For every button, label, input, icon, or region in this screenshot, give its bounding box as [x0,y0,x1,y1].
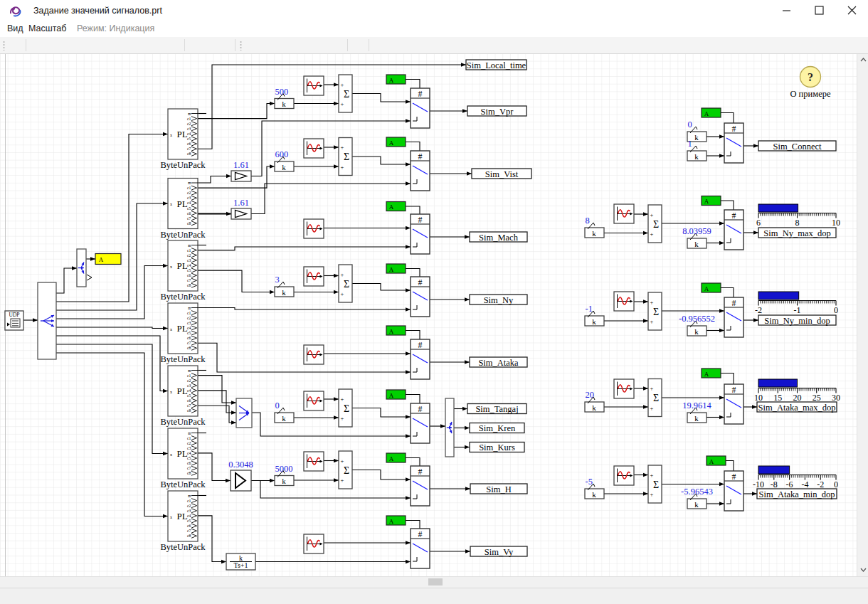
block-sum-1[interactable]: Σ++ [339,75,352,112]
block-switch-13[interactable]: # [724,471,743,511]
block-const-a-7[interactable]: A [386,453,406,462]
block-sine-source-7[interactable] [304,452,324,471]
signal-label-sim_mach[interactable]: Sim_Mach [470,232,527,243]
svg-text:c5: c5 [187,331,191,335]
block-switch-7[interactable]: # [411,466,430,506]
minimize-button[interactable] [770,0,803,21]
block-const-a-10[interactable]: A [702,196,721,206]
horizontal-scrollbar-thumb[interactable] [428,578,443,586]
block-sine-source-6[interactable] [304,391,324,410]
block-demux-1[interactable] [38,282,56,359]
block-const-a-4[interactable]: A [386,264,406,273]
block-mux[interactable] [236,398,252,428]
scroll-up-icon[interactable] [860,58,867,62]
block-const-a-1[interactable]: A [386,75,406,84]
svg-text:ByteUnPack: ByteUnPack [160,230,206,240]
signal-label-sim_ataka_min_dop[interactable]: Sim_Ataka_min_dop [757,489,837,499]
block-switch-10[interactable]: # [724,210,743,250]
toolbar-grip[interactable] [3,41,5,51]
block-sine-source-9[interactable] [614,204,634,223]
block-switch-1[interactable]: # [411,88,430,128]
block-const-a-yellow[interactable]: A [95,254,121,265]
block-switch-4[interactable]: # [411,277,430,317]
close-button[interactable] [835,0,868,21]
signal-label-sim_vist[interactable]: Sim_Vist [472,169,531,179]
block-sum-9[interactable]: Σ++ [648,465,662,503]
svg-text:c8: c8 [187,471,191,475]
block-switch-11[interactable]: # [724,297,743,337]
block-transfer-function[interactable]: kTs+1 [226,553,255,570]
block-sine-source-4[interactable] [304,267,324,286]
maximize-button[interactable] [803,0,835,21]
block-sine-source-2[interactable] [304,139,324,158]
block-const-a-13[interactable]: A [706,456,726,465]
block-switch-12[interactable]: # [724,384,743,424]
block-sine-source-8[interactable] [304,534,324,553]
block-amplifier-1[interactable]: 1.61 [231,160,251,181]
block-switch-3[interactable]: # [411,214,430,254]
menu-masshtab[interactable]: Масштаб [28,23,66,33]
svg-text:+: + [341,396,344,403]
block-switch-2[interactable]: # [411,151,430,191]
toolbar-grip-2[interactable] [240,41,242,51]
svg-text:#: # [418,467,423,477]
block-const-a-11[interactable]: A [702,283,721,292]
block-sum-4[interactable]: Σ++ [339,389,352,427]
block-sine-source-1[interactable] [304,76,324,95]
block-switch-9[interactable]: # [724,123,743,163]
menu-vid[interactable]: Вид [7,23,23,33]
block-const-a-5[interactable]: A [386,326,406,335]
signal-label-sim_ataka[interactable]: Sim_Ataka [470,357,527,368]
svg-text:19.9614: 19.9614 [682,401,711,410]
scroll-down-icon[interactable] [860,568,867,572]
block-sine-source-5[interactable] [304,345,324,364]
block-sine-source-3[interactable] [304,219,324,238]
block-amplifier-2[interactable]: 1.61 [231,198,251,219]
svg-text:+: + [650,231,654,238]
signal-label-sim_connect[interactable]: Sim_Connect [758,141,836,152]
svg-text:500: 500 [275,87,289,97]
signal-label-sim_ny[interactable]: Sim_Ny [470,295,527,305]
block-sine-source-12[interactable] [614,466,634,485]
signal-label-sim_ny_max_dop[interactable]: Sim_Ny_max_dop [758,228,836,238]
signal-label-sim_tangaj[interactable]: Sim_Tangaj [467,404,526,415]
block-const-a-9[interactable]: A [702,108,721,117]
signal-label-sim_kren[interactable]: Sim_Kren [470,423,524,434]
signal-label-sim_ny_min_dop[interactable]: Sim_Ny_min_dop [758,315,836,326]
block-switch-6[interactable]: # [411,403,430,443]
diagram-canvas[interactable]: xPLmc1c2c3c4c5c6c7c8ByteUnPackxPLmc1c2c3… [0,54,868,576]
signal-label-sim_ataka_max_dop[interactable]: Sim_Ataka_max_dop [757,402,837,413]
block-sum-3[interactable]: Σ++ [339,265,352,302]
svg-text:c6: c6 [187,142,191,146]
block-sine-source-11[interactable] [614,379,634,398]
block-const-a-2[interactable]: A [386,137,406,147]
signal-label-sim_kurs[interactable]: Sim_Kurs [470,443,524,453]
block-amplifier-3[interactable]: 0.3048 [228,460,253,491]
svg-text:Σ: Σ [344,465,349,476]
block-sum-5[interactable]: Σ++ [339,451,352,489]
block-sum-7[interactable]: Σ++ [648,292,662,330]
block-sum-6[interactable]: Σ++ [648,205,662,243]
svg-text:Sim_Local_time: Sim_Local_time [467,60,526,70]
svg-text:c6: c6 [187,524,191,528]
block-const-a-3[interactable]: A [386,202,406,211]
svg-text:A: A [389,392,394,399]
vertical-scrollbar[interactable] [857,54,868,576]
svg-text:3: 3 [275,275,280,285]
svg-text:#: # [418,152,423,161]
signal-label-sim_vy[interactable]: Sim_Vy [470,546,527,557]
block-const-a-6[interactable]: A [386,390,406,399]
signal-label-sim_vpr[interactable]: Sim_Vpr [467,106,526,117]
signal-label-sim_local_time[interactable]: Sim_Local_time [466,60,526,70]
block-const-a-12[interactable]: A [702,369,721,378]
block-sum-8[interactable]: Σ++ [648,379,662,417]
block-sine-source-10[interactable] [614,292,634,311]
block-const-a-8[interactable]: A [386,516,406,525]
block-switch-5[interactable]: # [411,339,430,379]
signal-label-sim_h[interactable]: Sim_H [470,484,527,494]
block-switch-8[interactable]: # [411,529,430,568]
block-sum-2[interactable]: Σ++ [339,138,352,176]
block-udp[interactable]: UDP [5,311,23,330]
svg-text:c6: c6 [187,336,191,340]
block-demux-3[interactable] [445,398,454,457]
